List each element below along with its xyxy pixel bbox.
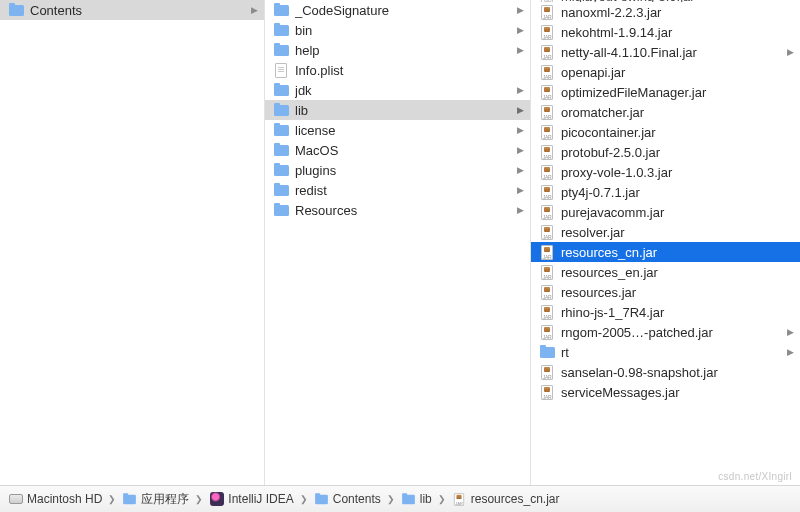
list-item[interactable]: license▶: [265, 120, 530, 140]
jar-icon: [452, 492, 467, 507]
jar-icon: [539, 104, 555, 120]
breadcrumb-label: Macintosh HD: [27, 492, 102, 506]
list-item[interactable]: optimizedFileManager.jar: [531, 82, 800, 102]
chevron-right-icon: ▶: [784, 47, 794, 57]
column-3[interactable]: miglayout-swing-5.0.jarnanoxml-2.2.3.jar…: [530, 0, 800, 485]
column-2[interactable]: _CodeSignature▶bin▶help▶Info.plistjdk▶li…: [264, 0, 530, 485]
list-item[interactable]: pty4j-0.7.1.jar: [531, 182, 800, 202]
list-item[interactable]: miglayout-swing-5.0.jar: [531, 0, 800, 2]
jar-icon: [539, 264, 555, 280]
item-label: rngom-2005…-patched.jar: [561, 325, 784, 340]
list-item[interactable]: plugins▶: [265, 160, 530, 180]
jar-icon: [539, 244, 555, 260]
item-label: Info.plist: [295, 63, 514, 78]
list-item[interactable]: redist▶: [265, 180, 530, 200]
jar-icon: [539, 44, 555, 60]
jar-icon: [539, 124, 555, 140]
item-label: resources.jar: [561, 285, 784, 300]
chevron-right-icon: ▶: [248, 5, 258, 15]
folder-icon: [273, 102, 289, 118]
list-item[interactable]: sanselan-0.98-snapshot.jar: [531, 362, 800, 382]
column-1[interactable]: Contents▶: [0, 0, 264, 485]
chevron-right-icon: ▶: [514, 165, 524, 175]
list-item[interactable]: nekohtml-1.9.14.jar: [531, 22, 800, 42]
list-item[interactable]: Contents▶: [0, 0, 264, 20]
chevron-right-icon: ▶: [784, 347, 794, 357]
jar-icon: [539, 284, 555, 300]
folder-icon: [273, 122, 289, 138]
list-item[interactable]: _CodeSignature▶: [265, 0, 530, 20]
list-item[interactable]: resources_en.jar: [531, 262, 800, 282]
item-label: Contents: [30, 3, 248, 18]
chevron-right-icon: ▶: [514, 45, 524, 55]
item-label: redist: [295, 183, 514, 198]
list-item[interactable]: resolver.jar: [531, 222, 800, 242]
finder-window: Contents▶ _CodeSignature▶bin▶help▶Info.p…: [0, 0, 800, 512]
chevron-right-icon: ▶: [514, 125, 524, 135]
item-label: help: [295, 43, 514, 58]
chevron-right-icon: ▶: [784, 327, 794, 337]
chevron-right-icon: ▶: [514, 85, 524, 95]
item-label: optimizedFileManager.jar: [561, 85, 784, 100]
breadcrumb-separator-icon: ❯: [300, 494, 308, 504]
item-label: resources_en.jar: [561, 265, 784, 280]
item-label: netty-all-4.1.10.Final.jar: [561, 45, 784, 60]
breadcrumb[interactable]: 应用程序: [122, 491, 189, 508]
list-item[interactable]: help▶: [265, 40, 530, 60]
jar-icon: [539, 0, 555, 2]
list-item[interactable]: openapi.jar: [531, 62, 800, 82]
jar-icon: [539, 4, 555, 20]
chevron-right-icon: ▶: [514, 25, 524, 35]
list-item[interactable]: purejavacomm.jar: [531, 202, 800, 222]
jar-icon: [539, 204, 555, 220]
chevron-right-icon: ▶: [514, 145, 524, 155]
jar-icon: [539, 64, 555, 80]
list-item[interactable]: resources.jar: [531, 282, 800, 302]
column-view: Contents▶ _CodeSignature▶bin▶help▶Info.p…: [0, 0, 800, 486]
list-item[interactable]: oromatcher.jar: [531, 102, 800, 122]
item-label: serviceMessages.jar: [561, 385, 784, 400]
folder-icon: [401, 492, 416, 507]
folder-icon: [273, 2, 289, 18]
breadcrumb-separator-icon: ❯: [438, 494, 446, 504]
list-item[interactable]: resources_cn.jar: [531, 242, 800, 262]
breadcrumb[interactable]: resources_cn.jar: [452, 492, 560, 507]
item-label: proxy-vole-1.0.3.jar: [561, 165, 784, 180]
jar-icon: [539, 224, 555, 240]
list-item[interactable]: protobuf-2.5.0.jar: [531, 142, 800, 162]
breadcrumb[interactable]: Macintosh HD: [8, 492, 102, 507]
breadcrumb-label: 应用程序: [141, 491, 189, 508]
breadcrumb-label: IntelliJ IDEA: [228, 492, 293, 506]
breadcrumb-separator-icon: ❯: [108, 494, 116, 504]
breadcrumb-label: lib: [420, 492, 432, 506]
list-item[interactable]: picocontainer.jar: [531, 122, 800, 142]
breadcrumb-label: resources_cn.jar: [471, 492, 560, 506]
breadcrumb[interactable]: lib: [401, 492, 432, 507]
path-bar[interactable]: Macintosh HD❯应用程序❯IntelliJ IDEA❯Contents…: [0, 486, 800, 512]
list-item[interactable]: lib▶: [265, 100, 530, 120]
list-item[interactable]: Info.plist: [265, 60, 530, 80]
list-item[interactable]: rngom-2005…-patched.jar▶: [531, 322, 800, 342]
item-label: purejavacomm.jar: [561, 205, 784, 220]
list-item[interactable]: netty-all-4.1.10.Final.jar▶: [531, 42, 800, 62]
list-item[interactable]: jdk▶: [265, 80, 530, 100]
item-label: picocontainer.jar: [561, 125, 784, 140]
breadcrumb[interactable]: IntelliJ IDEA: [209, 492, 293, 507]
item-label: rt: [561, 345, 784, 360]
list-item[interactable]: nanoxml-2.2.3.jar: [531, 2, 800, 22]
list-item[interactable]: Resources▶: [265, 200, 530, 220]
list-item[interactable]: rhino-js-1_7R4.jar: [531, 302, 800, 322]
jar-icon: [539, 364, 555, 380]
list-item[interactable]: MacOS▶: [265, 140, 530, 160]
breadcrumb[interactable]: Contents: [314, 492, 381, 507]
list-item[interactable]: bin▶: [265, 20, 530, 40]
list-item[interactable]: proxy-vole-1.0.3.jar: [531, 162, 800, 182]
item-label: nanoxml-2.2.3.jar: [561, 5, 784, 20]
item-label: nekohtml-1.9.14.jar: [561, 25, 784, 40]
file-icon: [273, 62, 289, 78]
list-item[interactable]: serviceMessages.jar: [531, 382, 800, 402]
folder-icon: [273, 202, 289, 218]
jar-icon: [539, 184, 555, 200]
item-label: plugins: [295, 163, 514, 178]
list-item[interactable]: rt▶: [531, 342, 800, 362]
